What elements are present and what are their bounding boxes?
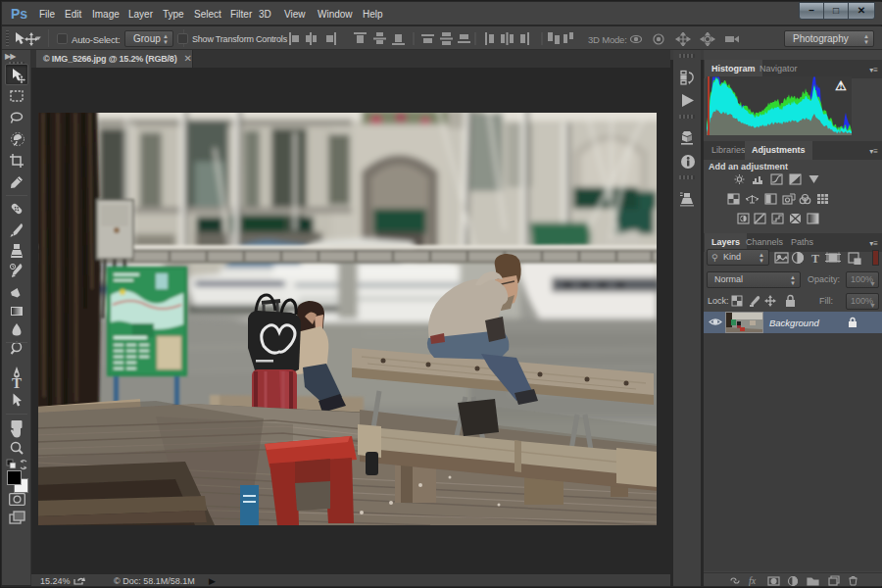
svg-text:fx: fx [749,575,757,586]
svg-text:T: T [811,252,819,265]
